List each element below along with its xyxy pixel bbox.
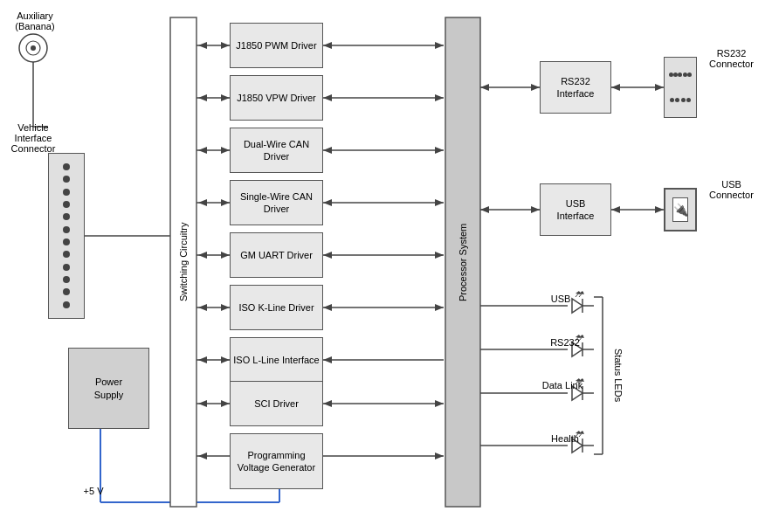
connection-lines [0,0,772,532]
svg-marker-18 [198,94,207,101]
rs232-connector-label: RS232Connector [699,48,764,69]
vehicle-connector-box [48,153,85,319]
svg-marker-66 [480,84,489,91]
svg-point-1 [26,41,40,55]
svg-marker-30 [198,304,207,311]
svg-marker-27 [198,252,207,259]
rs232-led-label: RS232 [543,337,587,348]
svg-marker-41 [323,42,332,49]
sci-driver-box: SCI Driver [230,381,323,426]
gm-uart-driver-box: GM UART Driver [230,232,323,278]
power-supply-box: PowerSupply [68,348,149,429]
rs232-connector-box [664,57,697,118]
svg-marker-42 [435,42,444,49]
svg-marker-50 [323,199,332,206]
svg-marker-62 [435,400,444,407]
svg-marker-70 [655,84,664,91]
svg-marker-19 [221,94,230,101]
health-led-label: Health [543,433,587,444]
usb-interface-box: USBInterface [540,183,611,236]
svg-marker-59 [323,356,332,363]
svg-marker-48 [435,147,444,154]
svg-marker-75 [611,206,620,213]
iso-l-line-interface-box: ISO L-Line Interface [230,337,323,383]
usb-connector-label: USBConnector [699,179,764,200]
svg-point-0 [19,34,47,62]
svg-marker-64 [435,453,444,459]
vehicle-connector-label: VehicleInterfaceConnector [2,122,65,154]
svg-marker-37 [221,400,230,407]
svg-marker-69 [611,84,620,91]
svg-marker-87 [579,291,584,294]
svg-marker-47 [323,147,332,154]
rs232-interface-box: RS232Interface [540,61,611,114]
svg-marker-54 [435,252,444,259]
svg-marker-67 [531,84,540,91]
processor-system-label: Processor System [445,17,480,507]
svg-marker-22 [221,147,230,154]
status-leds-label: Status LEDs [611,297,625,454]
svg-marker-28 [221,252,230,259]
svg-marker-56 [323,304,332,311]
single-wire-can-driver-box: Single-Wire CAN Driver [230,180,323,225]
iso-k-line-driver-box: ISO K-Line Driver [230,285,323,330]
programming-voltage-generator-box: Programming Voltage Generator [230,433,323,489]
svg-marker-72 [480,206,489,213]
svg-marker-36 [198,400,207,407]
svg-marker-34 [221,356,230,363]
svg-point-2 [31,45,36,51]
j1850-pwm-driver-box: J1850 PWM Driver [230,23,323,68]
svg-marker-73 [531,206,540,213]
usb-connector-box: 🔌 [664,188,697,231]
svg-marker-24 [198,199,207,206]
svg-marker-25 [221,199,230,206]
usb-led-label: USB [543,294,578,304]
svg-marker-45 [435,94,444,101]
svg-marker-21 [198,147,207,154]
svg-marker-44 [323,94,332,101]
auxiliary-label: Auxiliary(Banana) [4,10,65,31]
diagram: Auxiliary(Banana) VehicleInterfaceConnec… [0,0,772,532]
svg-line-86 [579,292,583,297]
svg-marker-57 [435,304,444,311]
svg-marker-61 [323,400,332,407]
plus5v-label: +5 V [72,486,115,496]
switching-circuitry-label: Switching Circuitry [170,17,196,507]
svg-marker-76 [655,206,664,213]
svg-marker-15 [198,42,207,49]
svg-marker-39 [198,453,207,459]
svg-marker-33 [198,356,207,363]
data-link-led-label: Data Link [538,380,587,390]
svg-marker-53 [323,252,332,259]
svg-marker-51 [435,199,444,206]
svg-marker-31 [221,304,230,311]
dual-wire-can-driver-box: Dual-Wire CAN Driver [230,128,323,173]
svg-marker-16 [221,42,230,49]
j1850-vpw-driver-box: J1850 VPW Driver [230,75,323,121]
